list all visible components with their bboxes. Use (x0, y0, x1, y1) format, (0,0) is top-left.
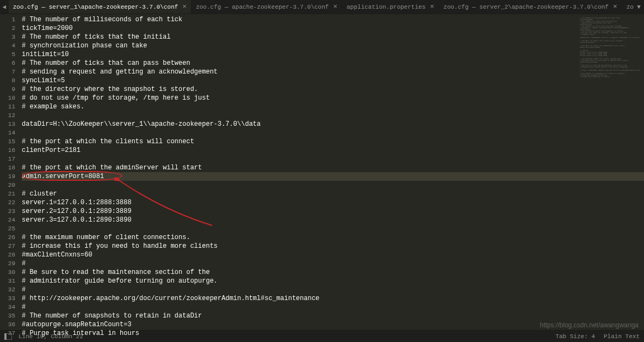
code-line[interactable]: server.1=127.0.0.1:2888:3888 (22, 198, 644, 207)
code-line[interactable]: # http://zookeeper.apache.org/doc/curren… (22, 294, 644, 303)
line-number: 8 (0, 76, 15, 85)
minimap[interactable]: # The number of milliseconds of each tic… (578, 15, 643, 80)
line-number: 28 (0, 251, 15, 259)
code-line[interactable]: # The number of ticks that the initial (22, 33, 644, 41)
code-editor[interactable]: # The number of milliseconds of each tic… (22, 14, 644, 330)
close-icon[interactable]: × (182, 3, 187, 11)
tab-overflow-menu[interactable]: ▼ (634, 4, 644, 10)
watermark-text: https://blog.csdn.net/awangwanga (540, 321, 639, 329)
line-number: 22 (0, 198, 15, 207)
code-line[interactable]: #maxClientCnxns=60 (22, 251, 644, 259)
code-line[interactable]: # Be sure to read the maintenance sectio… (22, 268, 644, 277)
line-number: 13 (0, 120, 15, 129)
code-line[interactable]: dataDir=H:\\ZooKeeper\\server_1\\apache-… (22, 120, 644, 129)
code-line[interactable] (22, 129, 644, 137)
line-number: 30 (0, 268, 15, 277)
code-line[interactable] (22, 181, 644, 190)
line-number: 11 (0, 102, 15, 111)
close-icon[interactable]: × (430, 3, 434, 11)
tab-label: zoo.cfg — apache-zookeeper-3.7.0\conf (196, 4, 329, 10)
code-line[interactable]: # the maximum number of client connectio… (22, 233, 644, 242)
tab-label: zoo.cfg — server_1\apache-zookeeper-3.7.… (13, 4, 178, 10)
line-number: 4 (0, 41, 15, 50)
line-number: 23 (0, 207, 15, 216)
code-line[interactable] (22, 224, 644, 233)
tab-3[interactable]: zoo.cfg — server_2\apache-zookeeper-3.7.… (439, 0, 622, 14)
code-line[interactable]: # the directory where the snapshot is st… (22, 85, 644, 94)
line-number: 26 (0, 233, 15, 242)
line-number: 18 (0, 163, 15, 172)
tab-label: zoo.cfg — server_3\apache-zookeeper-3.7.… (627, 4, 634, 10)
line-number: 36 (0, 320, 15, 329)
code-line[interactable]: # (22, 259, 644, 268)
code-line[interactable]: admin.serverPort=8081 (22, 172, 644, 181)
line-number: 3 (0, 33, 15, 41)
line-number: 33 (0, 294, 15, 303)
code-line[interactable]: # The number of snapshots to retain in d… (22, 312, 644, 320)
tab-4[interactable]: zoo.cfg — server_3\apache-zookeeper-3.7.… (622, 0, 634, 14)
line-number: 6 (0, 59, 15, 68)
line-number: 24 (0, 216, 15, 224)
line-number: 1 (0, 15, 15, 24)
line-number: 14 (0, 129, 15, 137)
code-line[interactable]: # (22, 285, 644, 294)
code-line[interactable]: # Purge task interval in hours (22, 329, 644, 338)
line-number: 20 (0, 181, 15, 190)
line-number: 10 (0, 94, 15, 102)
line-number: 5 (0, 50, 15, 59)
code-line[interactable]: # The number of milliseconds of each tic… (22, 15, 644, 24)
line-number: 16 (0, 146, 15, 155)
code-line[interactable]: # the port at which the adminServer will… (22, 163, 644, 172)
line-number: 2 (0, 24, 15, 33)
code-line[interactable] (22, 155, 644, 163)
line-number: 7 (0, 68, 15, 76)
code-line[interactable]: # sending a request and getting an ackno… (22, 68, 644, 76)
line-number: 21 (0, 190, 15, 198)
tab-scroll-left[interactable]: ◀ (0, 3, 9, 10)
close-icon[interactable]: × (613, 3, 617, 11)
code-line[interactable]: # the port at which the clients will con… (22, 137, 644, 146)
line-number: 32 (0, 285, 15, 294)
tab-label: zoo.cfg — server_2\apache-zookeeper-3.7.… (443, 4, 609, 10)
code-line[interactable]: server.2=127.0.0.1:2889:3889 (22, 207, 644, 216)
line-number: 37 (0, 329, 15, 338)
line-number: 15 (0, 137, 15, 146)
code-line[interactable]: # The number of ticks that can pass betw… (22, 59, 644, 68)
code-line[interactable]: clientPort=2181 (22, 146, 644, 155)
tab-1[interactable]: zoo.cfg — apache-zookeeper-3.7.0\conf× (191, 0, 342, 14)
code-line[interactable]: # administrator guide before turning on … (22, 277, 644, 285)
code-line[interactable] (22, 111, 644, 120)
code-line[interactable]: syncLimit=5 (22, 76, 644, 85)
code-line[interactable]: tickTime=2000 (22, 24, 644, 33)
code-line[interactable]: # (22, 303, 644, 312)
line-number: 27 (0, 242, 15, 251)
line-number: 19 (0, 172, 15, 181)
code-line[interactable]: # cluster (22, 190, 644, 198)
tab-label: application.properties (346, 4, 425, 10)
line-number: 31 (0, 277, 15, 285)
code-line[interactable]: initLimit=10 (22, 50, 644, 59)
close-icon[interactable]: × (333, 3, 337, 11)
line-number: 34 (0, 303, 15, 312)
line-number-gutter: 1234567891011121314151617181920212223242… (0, 14, 22, 330)
code-line[interactable]: # increase this if you need to handle mo… (22, 242, 644, 251)
line-number: 25 (0, 224, 15, 233)
line-number: 17 (0, 155, 15, 163)
tab-bar: ◀ zoo.cfg — server_1\apache-zookeeper-3.… (0, 0, 644, 14)
tab-0[interactable]: zoo.cfg — server_1\apache-zookeeper-3.7.… (9, 0, 191, 14)
editor-area: 1234567891011121314151617181920212223242… (0, 14, 644, 330)
code-line[interactable]: server.3=127.0.0.1:2890:3890 (22, 216, 644, 224)
line-number: 12 (0, 111, 15, 120)
code-line[interactable]: # synchronization phase can take (22, 41, 644, 50)
line-number: 29 (0, 259, 15, 268)
line-number: 9 (0, 85, 15, 94)
code-line[interactable]: # do not use /tmp for storage, /tmp here… (22, 94, 644, 102)
code-line[interactable]: # example sakes. (22, 102, 644, 111)
tab-2[interactable]: application.properties× (342, 0, 439, 14)
line-number: 35 (0, 312, 15, 320)
